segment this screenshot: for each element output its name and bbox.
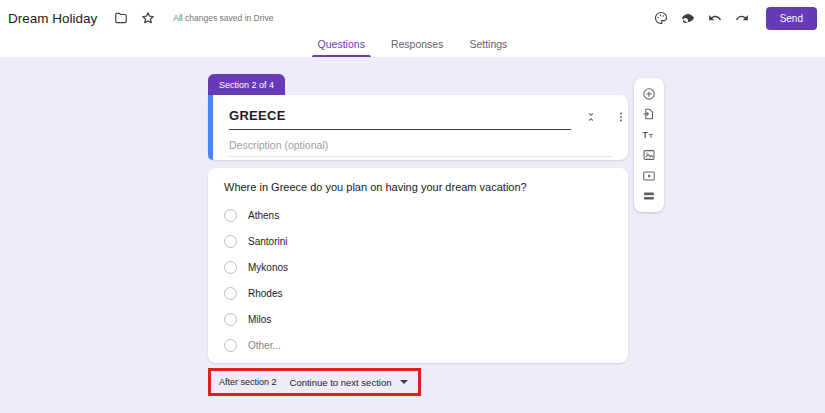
option-row-other[interactable]: Other...	[224, 332, 612, 358]
add-title-icon[interactable]: T T	[642, 127, 657, 142]
tab-bar: Questions Responses Settings	[0, 36, 825, 58]
radio-icon	[224, 209, 237, 222]
option-label[interactable]: Santorini	[248, 236, 287, 247]
section-title-row: GREECE	[229, 106, 612, 130]
svg-text:T: T	[649, 132, 653, 139]
add-video-icon[interactable]	[642, 168, 657, 183]
after-section-value: Continue to next section	[290, 377, 392, 388]
radio-icon	[224, 339, 237, 352]
form-column: Section 2 of 4 GREECE	[208, 74, 628, 396]
option-row[interactable]: Milos	[224, 306, 612, 332]
section-description-input[interactable]: Description (optional)	[229, 137, 612, 157]
option-row[interactable]: Santorini	[224, 228, 612, 254]
floating-toolbar: T T	[634, 78, 664, 212]
redo-icon[interactable]	[735, 11, 750, 26]
add-question-icon[interactable]	[642, 86, 657, 101]
section-title-input[interactable]: GREECE	[229, 106, 571, 130]
star-icon[interactable]	[140, 11, 155, 26]
radio-icon	[224, 235, 237, 248]
send-button[interactable]: Send	[766, 7, 817, 30]
radio-icon	[224, 313, 237, 326]
option-label-other[interactable]: Other...	[248, 340, 281, 351]
palette-icon[interactable]	[654, 11, 669, 26]
option-label[interactable]: Athens	[248, 210, 279, 221]
import-questions-icon[interactable]	[642, 107, 657, 122]
section-header-icons	[585, 109, 627, 127]
after-section-dropdown[interactable]: Continue to next section	[290, 377, 410, 388]
add-section-icon[interactable]	[642, 189, 657, 204]
selected-card-stripe	[208, 95, 213, 160]
kebab-menu-icon[interactable]	[615, 109, 627, 127]
form-canvas: Section 2 of 4 GREECE	[0, 58, 825, 413]
question-card[interactable]: Where in Greece do you plan on having yo…	[208, 168, 628, 363]
collapse-section-icon[interactable]	[585, 109, 597, 127]
option-label[interactable]: Milos	[248, 314, 271, 325]
tab-settings[interactable]: Settings	[467, 36, 509, 57]
radio-icon	[224, 261, 237, 274]
folder-icon[interactable]	[113, 11, 128, 26]
svg-text:T: T	[643, 130, 649, 140]
after-section-highlight-box: After section 2 Continue to next section	[208, 368, 421, 396]
radio-icon	[224, 287, 237, 300]
preview-eye-icon[interactable]	[681, 11, 696, 26]
undo-icon[interactable]	[708, 11, 723, 26]
tab-questions[interactable]: Questions	[316, 36, 367, 57]
option-row[interactable]: Athens	[224, 202, 612, 228]
option-label[interactable]: Mykonos	[248, 262, 288, 273]
tab-responses[interactable]: Responses	[389, 36, 446, 57]
dropdown-arrow-icon	[400, 380, 408, 384]
question-title[interactable]: Where in Greece do you plan on having yo…	[224, 181, 612, 193]
option-label[interactable]: Rhodes	[248, 288, 282, 299]
options-list: Athens Santorini Mykonos Rhodes Milos	[224, 202, 612, 358]
save-status[interactable]: All changes saved in Drive	[173, 13, 273, 23]
option-row[interactable]: Rhodes	[224, 280, 612, 306]
after-section-label: After section 2	[219, 377, 277, 387]
form-title[interactable]: Dream Holiday	[8, 11, 97, 26]
section-badge: Section 2 of 4	[208, 74, 285, 95]
top-bar-actions: Send	[648, 7, 819, 30]
option-row[interactable]: Mykonos	[224, 254, 612, 280]
add-image-icon[interactable]	[642, 148, 657, 163]
top-bar-left: Dream Holiday All changes saved in Drive	[8, 11, 273, 26]
section-header-card[interactable]: GREECE Description (optional)	[208, 95, 628, 160]
top-bar: Dream Holiday All changes saved in Drive	[0, 0, 825, 36]
